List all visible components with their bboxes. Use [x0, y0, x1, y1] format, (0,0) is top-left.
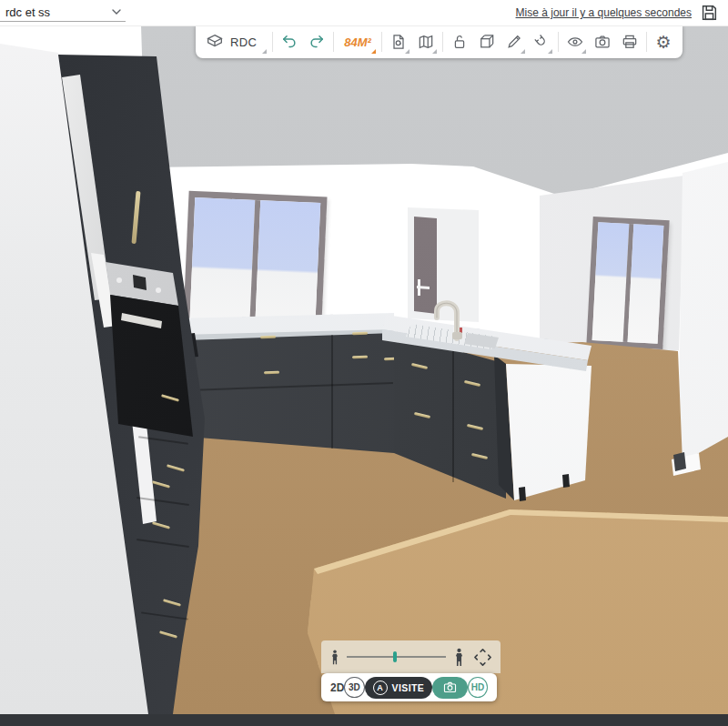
cabinet-handle: [260, 336, 276, 339]
visibility-button[interactable]: [561, 26, 589, 57]
dropdown-corner: [432, 49, 437, 54]
undo-button[interactable]: [276, 26, 303, 57]
main-toolbar: RDC 84M²: [196, 25, 682, 58]
dropdown-corner: [405, 49, 410, 54]
export-document-button[interactable]: [385, 26, 412, 57]
area-button[interactable]: 84M²: [337, 26, 379, 57]
camera-icon: [593, 33, 612, 51]
pencil-icon: [505, 33, 523, 51]
redo-button[interactable]: [303, 26, 330, 57]
view-mode-panel: 2D 3D A VISITE HD: [321, 673, 497, 701]
right-window: [586, 217, 669, 349]
document-icon: [389, 33, 408, 51]
walk-person-icon: A: [373, 681, 388, 695]
divider: [442, 32, 443, 52]
cabinet-handle: [352, 332, 368, 336]
save-button[interactable]: [699, 3, 719, 23]
dropdown-corner: [581, 49, 586, 54]
zoom-slider-handle[interactable]: [393, 651, 397, 662]
redo-arrow-icon: [308, 33, 326, 51]
map-button[interactable]: [412, 26, 440, 57]
lock-button[interactable]: [446, 26, 473, 57]
settings-button[interactable]: ⚙: [650, 26, 677, 57]
dropdown-corner: [371, 49, 376, 54]
area-label: 84M²: [344, 35, 371, 49]
screenshot-button[interactable]: [432, 677, 468, 699]
floor-box-icon: [205, 32, 225, 52]
faucet: [420, 277, 479, 342]
cabinet-handle: [264, 371, 279, 375]
magnet-button[interactable]: [528, 26, 555, 57]
window-pane: [189, 197, 255, 337]
zoom-slider-panel: [321, 640, 500, 673]
viewer-controls: 2D 3D A VISITE HD: [321, 640, 500, 701]
mode-2d-button[interactable]: 2D: [330, 681, 344, 694]
divider: [646, 32, 647, 52]
bottom-dark-bar: [0, 714, 728, 726]
project-selector[interactable]: rdc et ss: [5, 5, 50, 19]
home-design-app: rdc et ss Mise à jour il y a quelques se…: [0, 0, 728, 726]
floor-selector[interactable]: RDC: [201, 26, 269, 57]
undo-arrow-icon: [280, 33, 298, 51]
visit-button[interactable]: A VISITE: [365, 677, 433, 699]
save-floppy-icon: [699, 3, 719, 23]
top-bar: rdc et ss Mise à jour il y a quelques se…: [0, 0, 728, 26]
cabinet-seam: [331, 335, 333, 449]
person-small-icon[interactable]: [329, 649, 341, 665]
zoom-slider-track[interactable]: [347, 656, 446, 658]
cabinet-handle: [352, 356, 368, 359]
draw-button[interactable]: [500, 26, 528, 57]
map-icon: [417, 33, 435, 51]
divider: [558, 32, 559, 52]
open-padlock-icon: [450, 33, 469, 51]
snapshot-button[interactable]: [589, 26, 616, 57]
magnet-icon: [532, 33, 551, 51]
mode-3d-button[interactable]: 3D: [344, 677, 364, 698]
window-pane: [627, 224, 663, 344]
visit-label: VISITE: [392, 682, 425, 693]
floor-label: RDC: [230, 35, 257, 49]
fullscreen-arrows-icon[interactable]: [472, 647, 493, 668]
cabinet-seam: [452, 349, 454, 482]
chevron-down-icon[interactable]: [109, 5, 124, 19]
divider: [381, 32, 382, 52]
camera-icon: [442, 680, 458, 695]
update-status-link[interactable]: Mise à jour il y a quelques secondes: [516, 6, 692, 19]
divider: [333, 32, 334, 52]
print-button[interactable]: [616, 26, 643, 57]
3d-viewport[interactable]: [0, 25, 728, 714]
dropdown-corner: [262, 49, 267, 54]
oven-knob: [116, 277, 122, 283]
project-selector-underline: [0, 21, 126, 22]
dropdown-corner: [521, 49, 525, 54]
gear-icon: ⚙: [656, 34, 672, 51]
eye-icon: [566, 33, 584, 51]
volume-button[interactable]: [473, 26, 500, 57]
dropdown-corner: [548, 49, 552, 54]
oven-knob: [156, 287, 161, 293]
cube-icon: [478, 33, 496, 51]
hd-button[interactable]: HD: [468, 677, 488, 698]
divider: [272, 32, 273, 52]
printer-icon: [621, 33, 639, 51]
person-large-icon[interactable]: [451, 646, 467, 668]
